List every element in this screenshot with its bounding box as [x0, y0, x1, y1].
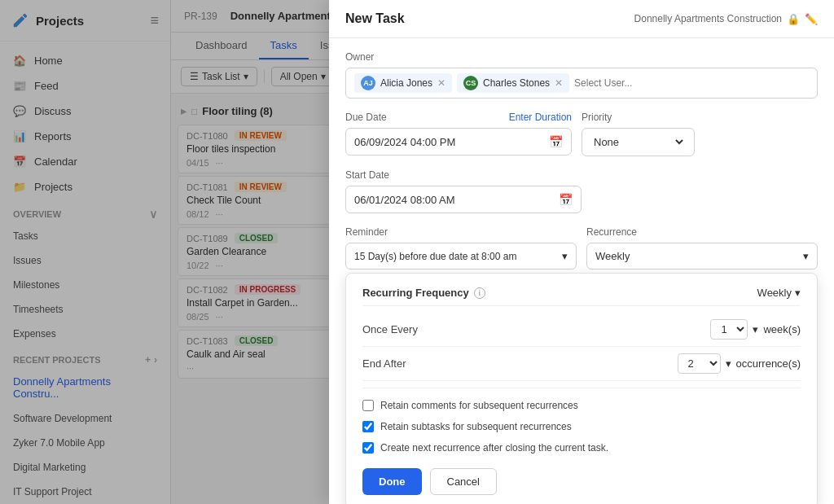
remove-charles-button[interactable]: ✕ — [555, 77, 563, 89]
occurrence-unit-label: occurrence(s) — [736, 357, 801, 370]
reminder-field: Reminder 15 Day(s) before due date at 8:… — [345, 226, 577, 270]
start-date-field: Start Date 06/01/2024 08:00 AM 📅 — [345, 169, 818, 213]
recurrence-label: Recurrence — [586, 226, 818, 238]
end-after-label: End After — [362, 357, 406, 370]
due-date-input[interactable]: 06/09/2024 04:00 PM 📅 — [345, 128, 572, 156]
priority-dropdown[interactable]: None Low Medium High Critical — [590, 135, 686, 149]
modal-title: New Task — [345, 11, 405, 26]
priority-label: Priority — [582, 112, 695, 123]
owner-field: Owner AJ Alicia Jones ✕ CS Charles Stone… — [345, 51, 818, 99]
once-every-unit: ▾ — [753, 323, 758, 335]
retain-subtasks-label[interactable]: Retain subtasks for subsequent recurrenc… — [380, 421, 572, 432]
end-after-row: End After 123510 ▾ occurrence(s) — [362, 347, 801, 381]
enter-duration-link[interactable]: Enter Duration — [509, 112, 572, 123]
end-after-chevron: ▾ — [726, 357, 731, 370]
edit-icon[interactable]: ✏️ — [805, 13, 818, 25]
charles-name: Charles Stones — [483, 77, 550, 89]
week-unit-label: week(s) — [763, 323, 801, 335]
retain-comments-checkbox[interactable] — [362, 400, 374, 411]
remove-alicia-button[interactable]: ✕ — [437, 77, 446, 89]
retain-comments-label[interactable]: Retain comments for subsequent recurrenc… — [380, 400, 578, 411]
reminder-recurrence-row: Reminder 15 Day(s) before due date at 8:… — [345, 226, 818, 270]
modal-body: Owner AJ Alicia Jones ✕ CS Charles Stone… — [329, 38, 834, 504]
alicia-avatar: AJ — [361, 76, 375, 90]
owner-tag-charles: CS Charles Stones ✕ — [457, 73, 569, 93]
cancel-button[interactable]: Cancel — [430, 468, 497, 495]
recurrence-chevron: ▾ — [803, 250, 809, 262]
retain-comments-row: Retain comments for subsequent recurrenc… — [362, 395, 801, 416]
reminder-label: Reminder — [345, 226, 577, 238]
due-priority-row: Due Date Enter Duration 06/09/2024 04:00… — [345, 112, 818, 156]
frequency-chevron: ▾ — [795, 287, 801, 299]
once-every-label: Once Every — [362, 323, 418, 335]
start-date-value: 06/01/2024 08:00 AM — [354, 194, 455, 206]
alicia-name: Alicia Jones — [380, 77, 432, 89]
once-every-value: 123 ▾ week(s) — [710, 319, 801, 340]
retain-subtasks-row: Retain subtasks for subsequent recurrenc… — [362, 416, 801, 437]
calendar-icon: 📅 — [549, 135, 563, 148]
recurrence-popup: Recurring Frequency i Weekly ▾ Once Ever… — [345, 273, 818, 504]
due-date-label: Due Date — [345, 112, 387, 123]
frequency-select-button[interactable]: Weekly ▾ — [757, 287, 801, 299]
frequency-title: Recurring Frequency i — [362, 287, 485, 299]
new-task-modal: New Task Donnelly Apartments Constructio… — [329, 0, 834, 504]
owner-tag-alicia: AJ Alicia Jones ✕ — [354, 73, 452, 93]
lock-icon: 🔒 — [787, 13, 800, 25]
modal-header: New Task Donnelly Apartments Constructio… — [329, 0, 834, 38]
owner-label: Owner — [345, 51, 818, 63]
retain-subtasks-checkbox[interactable] — [362, 421, 374, 432]
start-date-label: Start Date — [345, 169, 818, 181]
due-date-field: Due Date Enter Duration 06/09/2024 04:00… — [345, 112, 572, 156]
frequency-info-icon[interactable]: i — [474, 287, 485, 299]
recurrence-actions: Done Cancel — [362, 458, 801, 495]
start-date-input[interactable]: 06/01/2024 08:00 AM 📅 — [345, 186, 582, 213]
due-date-value: 06/09/2024 04:00 PM — [354, 136, 455, 148]
priority-field: Priority None Low Medium High Critical — [582, 112, 695, 156]
reminder-chevron: ▾ — [562, 250, 568, 262]
modal-project-name: Donnelly Apartments Construction — [634, 13, 782, 24]
create-next-recurrence-row: Create next recurrence after closing the… — [362, 437, 801, 458]
reminder-value: 15 Day(s) before due date at 8:00 am — [354, 251, 562, 262]
create-next-recurrence-label[interactable]: Create next recurrence after closing the… — [380, 442, 608, 454]
create-next-recurrence-checkbox[interactable] — [362, 442, 374, 454]
charles-avatar: CS — [463, 76, 478, 90]
reminder-select[interactable]: 15 Day(s) before due date at 8:00 am ▾ — [345, 243, 577, 270]
modal-project-info: Donnelly Apartments Construction 🔒 ✏️ — [634, 13, 818, 25]
priority-select[interactable]: None Low Medium High Critical — [582, 128, 695, 156]
frequency-header: Recurring Frequency i Weekly ▾ — [362, 287, 801, 299]
start-calendar-icon: 📅 — [559, 193, 573, 206]
end-after-value: 123510 ▾ occurrence(s) — [678, 353, 801, 374]
end-after-number-select[interactable]: 123510 — [678, 353, 721, 374]
owner-input-row: AJ Alicia Jones ✕ CS Charles Stones ✕ — [345, 68, 818, 99]
once-every-row: Once Every 123 ▾ week(s) — [362, 313, 801, 347]
recurrence-select[interactable]: Weekly ▾ — [586, 243, 818, 270]
once-every-number-select[interactable]: 123 — [710, 319, 748, 340]
recurrence-field: Recurrence Weekly ▾ — [586, 226, 818, 270]
owner-search-input[interactable] — [574, 77, 696, 89]
recurrence-value: Weekly — [595, 250, 803, 262]
done-button[interactable]: Done — [362, 468, 422, 495]
